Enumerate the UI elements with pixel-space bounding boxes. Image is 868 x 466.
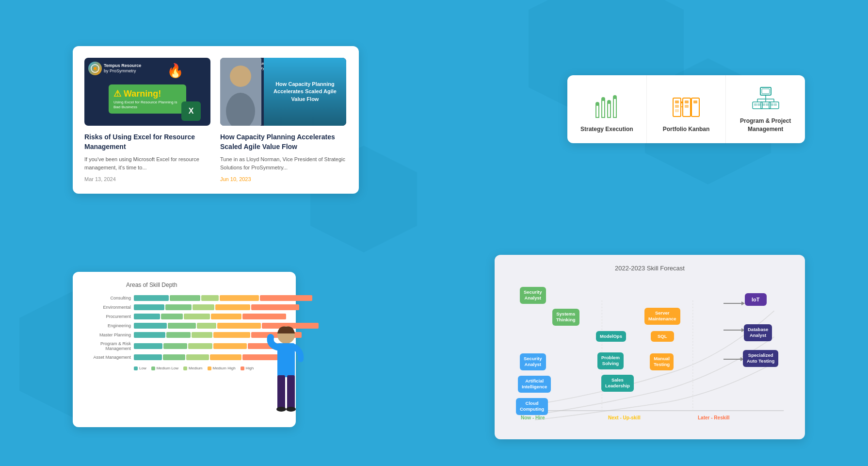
bar-med: [186, 354, 209, 360]
bar-low: [134, 354, 162, 360]
svg-point-7: [595, 102, 599, 106]
tempus-icon: [88, 62, 102, 75]
card1-date: Mar 13, 2024: [84, 176, 210, 182]
svg-rect-31: [754, 103, 757, 106]
bar-medhigh: [220, 295, 259, 301]
skill-forecast-panel: 2022-2023 Skill Forecast: [495, 255, 805, 439]
svg-rect-17: [675, 109, 679, 112]
svg-rect-15: [675, 100, 679, 103]
bar-med: [184, 314, 210, 319]
svg-rect-37: [771, 103, 773, 106]
axis-next: Next - Up-skill: [608, 415, 641, 420]
tag-sales-leadership: SalesLeadership: [601, 375, 634, 392]
chart-row-label: Engineering: [82, 323, 131, 328]
skill-depth-chart: Areas of Skill Depth Consulting Environm…: [73, 272, 296, 427]
card2-date: Jun 10, 2023: [220, 176, 346, 182]
card2-overlay-text: How Capacity Planning Accelerates Scaled…: [269, 81, 341, 103]
svg-point-4: [230, 66, 251, 87]
legend-high: High: [241, 366, 254, 370]
bar-low: [134, 295, 169, 301]
svg-rect-10: [608, 103, 611, 117]
svg-point-43: [276, 407, 286, 412]
warning-title: ⚠ Warning!: [113, 88, 181, 99]
bar-medhigh: [213, 343, 246, 349]
bar-low: [134, 343, 162, 349]
excel-icon: X: [181, 101, 201, 121]
legend-medhigh-label: Medium High: [213, 366, 236, 370]
axis-later: Later - Reskill: [698, 415, 730, 420]
bar-low: [134, 304, 164, 310]
bar-medhigh: [217, 323, 261, 329]
arrow-iot: [723, 303, 743, 304]
legend-med-dot: [183, 366, 187, 370]
category-portfolio-kanban[interactable]: Portfolio Kanban: [647, 75, 726, 143]
bar-medhigh: [213, 332, 250, 338]
card1-desc: If you've been using Microsoft Excel for…: [84, 155, 210, 171]
bar-medhigh: [210, 354, 241, 360]
axis-now: Now - Hire: [521, 415, 545, 420]
chart-row: Program & Risk Management: [82, 341, 284, 351]
bar-high: [251, 304, 299, 310]
chart-row-bars: [134, 304, 299, 310]
category-strategy-execution[interactable]: Strategy Execution: [567, 75, 647, 143]
bar-medlow: [170, 295, 200, 301]
svg-rect-38: [774, 103, 777, 106]
card2-title: How Capacity Planning Accelerates Scaled…: [220, 133, 346, 151]
chart-row: Engineering: [82, 323, 284, 329]
chart-row-bars: [134, 354, 284, 360]
legend-med-label: Medium: [189, 366, 202, 370]
legend-low: Low: [134, 366, 146, 370]
tag-problem-solving: ProblemSolving: [597, 352, 624, 369]
warning-subtitle: Using Excel for Resource Planning is Bad…: [113, 100, 181, 110]
card2-desc: Tune in as Lloyd Norman, Vice President …: [220, 155, 346, 171]
svg-rect-20: [685, 105, 689, 108]
svg-point-9: [601, 97, 605, 101]
chart-rows: Consulting Environmental Procurement: [82, 295, 284, 360]
svg-point-1: [94, 67, 96, 70]
chart-row-label: Consulting: [82, 296, 131, 300]
category-program-project[interactable]: Program & Project Management: [726, 75, 805, 143]
svg-rect-32: [757, 103, 760, 106]
chart-title: Areas of Skill Depth: [126, 282, 284, 288]
blog-card-excel[interactable]: Tempus Resource by ProSymmetry ⚠ Warning…: [84, 58, 210, 182]
legend-medlow-label: Medium Low: [157, 366, 178, 370]
chart-row: Consulting: [82, 295, 284, 301]
svg-rect-6: [596, 105, 599, 117]
bar-medlow: [168, 323, 196, 329]
card1-title: Risks of Using Excel for Resource Manage…: [84, 133, 210, 151]
fire-icon: 🔥: [167, 63, 184, 79]
bar-med: [201, 295, 219, 301]
chart-row-bars: [134, 295, 312, 301]
program-label: Program & Project Management: [734, 117, 797, 133]
bar-low: [134, 323, 167, 329]
bar-med: [192, 332, 212, 338]
svg-rect-42: [287, 375, 295, 409]
tag-systems-thinking: SystemsThinking: [552, 309, 579, 326]
tag-security-analyst-top: SecurityAnalyst: [520, 287, 546, 304]
arrow-auto: [723, 359, 742, 360]
categories-panel: Strategy Execution: [567, 75, 805, 143]
bar-medhigh: [215, 304, 250, 310]
forecast-title: 2022-2023 Skill Forecast: [506, 265, 793, 272]
tag-iot: IoT: [745, 293, 767, 306]
svg-rect-24: [762, 89, 770, 94]
tag-server-maintenance: ServerMaintenance: [644, 308, 680, 325]
tag-cloud-computing: CloudComputing: [516, 398, 548, 415]
strategy-icon: [594, 95, 619, 119]
arrow-db: [723, 330, 743, 331]
svg-rect-34: [762, 103, 765, 106]
blog-card-capacity[interactable]: Tempus Resource by ProSymmetry How Capac…: [220, 58, 346, 182]
svg-point-44: [286, 407, 296, 412]
bar-medlow: [166, 332, 191, 338]
svg-point-13: [613, 95, 617, 99]
svg-point-11: [607, 100, 611, 104]
tag-specialized-auto: SpecializedAuto Testing: [743, 350, 778, 367]
bar-medlow: [163, 354, 186, 360]
legend-medlow: Medium Low: [151, 366, 178, 370]
bar-high: [260, 295, 312, 301]
chart-row: Master Planning: [82, 332, 284, 338]
bar-med: [188, 343, 212, 349]
legend-low-label: Low: [139, 366, 146, 370]
tempus-logo-card1: Tempus Resource by ProSymmetry: [88, 62, 141, 75]
tag-modelops: ModelOps: [596, 331, 626, 342]
